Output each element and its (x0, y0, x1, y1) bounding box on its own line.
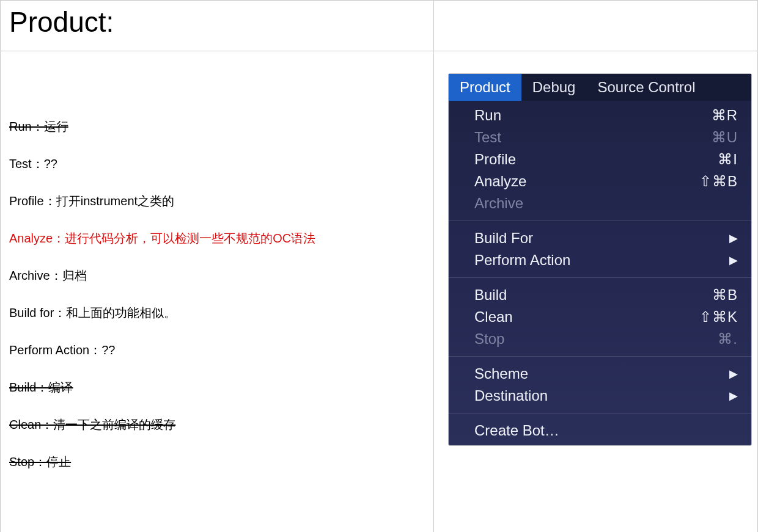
menu-item-shortcut: ⌘U (689, 129, 738, 146)
menu-item-label: Create Bot… (474, 422, 738, 439)
note-line: Run：运行 (9, 118, 425, 135)
menu-item-label: Profile (474, 151, 689, 168)
menu-body: Run⌘RTest⌘UProfile⌘IAnalyze⇧⌘BArchiveBui… (449, 101, 751, 445)
notes-column: Run：运行Test：??Profile：打开instrument之类的Anal… (0, 51, 434, 532)
note-line: Perform Action：?? (9, 342, 425, 359)
menu-item-scheme[interactable]: Scheme▶ (449, 363, 751, 385)
menu-item-label: Scheme (474, 365, 724, 382)
menubar: ProductDebugSource Control (449, 74, 751, 101)
note-line: Stop：停止 (9, 454, 425, 470)
note-line: Archive：归档 (9, 268, 425, 284)
note-line: Build：编译 (9, 379, 425, 396)
menu-item-shortcut: ⇧⌘B (689, 173, 738, 190)
menu-item-analyze[interactable]: Analyze⇧⌘B (449, 170, 751, 192)
menu-item-label: Build (474, 286, 689, 304)
xcode-menu-panel: ProductDebugSource Control Run⌘RTest⌘UPr… (449, 74, 751, 445)
note-line: Build for：和上面的功能相似。 (9, 305, 425, 321)
note-line: Test：?? (9, 156, 425, 172)
menu-item-create-bot[interactable]: Create Bot… (449, 420, 751, 442)
submenu-arrow-icon: ▶ (729, 389, 738, 403)
menubar-item-source-control[interactable]: Source Control (586, 74, 706, 101)
menu-separator (449, 220, 751, 221)
menu-item-build[interactable]: Build⌘B (449, 284, 751, 306)
menu-item-shortcut: ⌘B (689, 286, 738, 304)
menu-item-label: Build For (474, 230, 724, 247)
menu-item-label: Perform Action (474, 252, 724, 269)
page: Product: Run：运行Test：??Profile：打开instrume… (0, 0, 758, 532)
page-title: Product: (9, 5, 425, 38)
screenshot-column: ProductDebugSource Control Run⌘RTest⌘UPr… (434, 51, 758, 532)
menu-item-destination[interactable]: Destination▶ (449, 385, 751, 407)
menu-item-label: Archive (474, 195, 738, 212)
menu-item-test: Test⌘U (449, 126, 751, 148)
menu-group: Run⌘RTest⌘UProfile⌘IAnalyze⇧⌘BArchive (449, 101, 751, 218)
header-row: Product: (0, 0, 758, 51)
menu-item-shortcut: ⌘R (689, 107, 738, 124)
menu-item-label: Run (474, 107, 689, 124)
menu-item-stop: Stop⌘. (449, 328, 751, 350)
menu-item-build-for[interactable]: Build For▶ (449, 227, 751, 249)
menu-item-label: Stop (474, 330, 689, 348)
menu-item-shortcut: ⌘I (689, 151, 738, 168)
menu-item-shortcut: ⌘. (689, 330, 738, 348)
menu-item-label: Test (474, 129, 689, 146)
menu-item-label: Clean (474, 308, 689, 326)
menu-item-perform-action[interactable]: Perform Action▶ (449, 249, 751, 271)
note-line: Profile：打开instrument之类的 (9, 193, 425, 210)
menu-item-clean[interactable]: Clean⇧⌘K (449, 306, 751, 328)
menu-group: Build⌘BClean⇧⌘KStop⌘. (449, 280, 751, 354)
menubar-item-debug[interactable]: Debug (521, 74, 587, 101)
submenu-arrow-icon: ▶ (729, 367, 738, 381)
menu-item-label: Analyze (474, 173, 689, 190)
note-line: Clean：清一下之前编译的缓存 (9, 417, 425, 433)
submenu-arrow-icon: ▶ (729, 231, 738, 245)
menu-group: Create Bot… (449, 416, 751, 445)
header-left-cell: Product: (0, 0, 434, 51)
menu-item-profile[interactable]: Profile⌘I (449, 148, 751, 170)
menu-group: Scheme▶Destination▶ (449, 359, 751, 410)
note-line: Analyze：进行代码分析，可以检测一些不规范的OC语法 (9, 230, 425, 247)
menu-item-shortcut: ⇧⌘K (689, 308, 738, 326)
menu-separator (449, 413, 751, 414)
menu-item-archive: Archive (449, 192, 751, 214)
menu-separator (449, 277, 751, 278)
header-right-cell (434, 0, 758, 51)
menu-group: Build For▶Perform Action▶ (449, 224, 751, 275)
menu-separator (449, 356, 751, 357)
menu-item-label: Destination (474, 387, 724, 404)
menubar-item-product[interactable]: Product (449, 74, 521, 101)
submenu-arrow-icon: ▶ (729, 253, 738, 267)
menu-item-run[interactable]: Run⌘R (449, 104, 751, 126)
body-row: Run：运行Test：??Profile：打开instrument之类的Anal… (0, 51, 758, 532)
